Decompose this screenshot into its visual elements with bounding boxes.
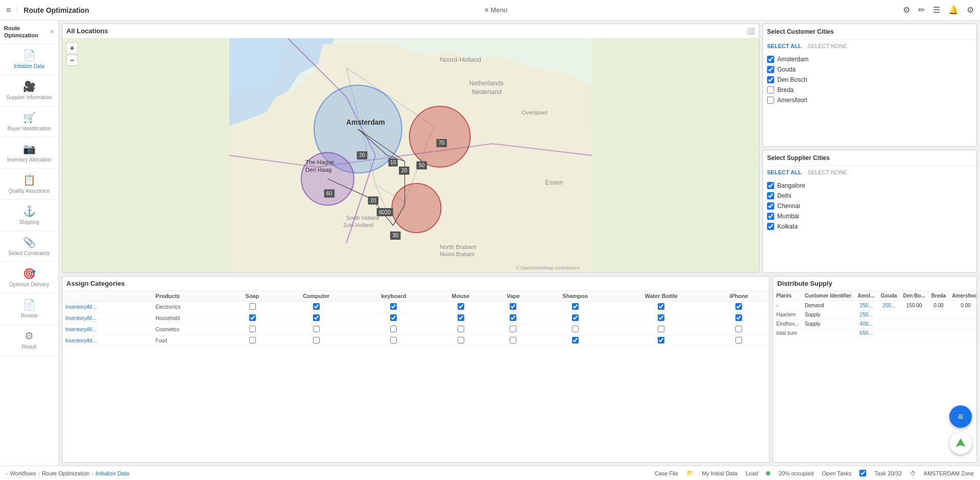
assign-checkbox-2-0[interactable] — [249, 326, 256, 332]
zoom-out-button[interactable]: − — [66, 55, 78, 66]
supplier-city-checkbox-bangalore[interactable] — [767, 182, 774, 189]
assign-checkbox-2-1[interactable] — [313, 326, 320, 332]
supplier-city-checkbox-kolkata[interactable] — [767, 223, 774, 230]
assign-checkbox-0-2[interactable] — [390, 303, 397, 310]
chat-fab-button[interactable]: ≡ — [949, 405, 972, 428]
dist-val-3-0[interactable]: 650... — [854, 329, 877, 338]
dist-val-1-0[interactable]: 250... — [854, 310, 877, 319]
supplier-city-checkbox-mumbai[interactable] — [767, 213, 774, 220]
breadcrumb-route-opt[interactable]: Route Optimization — [42, 470, 90, 476]
assign-checkbox-1-2[interactable] — [390, 314, 397, 321]
assign-checkbox-0-7[interactable] — [735, 303, 742, 310]
edit-icon[interactable]: ✏ — [918, 5, 925, 15]
assign-checkbox-3-7[interactable] — [735, 337, 742, 344]
dist-val-0-1[interactable]: 250... — [878, 301, 900, 310]
map-fab-button[interactable] — [949, 432, 972, 454]
map-container[interactable]: + − — [62, 38, 759, 272]
sidebar-item-optimize-delivery[interactable]: 🎯 Optimize Delivery — [0, 262, 58, 293]
task-checkbox[interactable] — [859, 470, 866, 476]
sidebar-item-inventory-allocation[interactable]: 📷 Inventory Allocation — [0, 138, 58, 169]
assign-col-7: Shampoo — [537, 291, 614, 302]
assign-checkbox-3-5[interactable] — [572, 337, 579, 344]
assign-checkbox-2-3[interactable] — [458, 326, 464, 332]
sidebar-close-button[interactable]: × — [50, 28, 54, 36]
customer-cities-list: Amsterdam Gouda Den Bosch Breda Amersfoo… — [763, 52, 976, 107]
assign-check-1-7 — [709, 313, 769, 324]
assign-checkbox-1-6[interactable] — [658, 314, 664, 321]
customer-city-checkbox-breda[interactable] — [767, 86, 774, 94]
dist-val-0-0[interactable]: 250... — [854, 301, 877, 310]
supplier-select-none-button[interactable]: SELECT NONE — [807, 169, 847, 175]
filter-icon[interactable]: ⚙ — [967, 5, 974, 15]
assign-checkbox-0-4[interactable] — [510, 303, 516, 310]
assign-col-2: Soap — [228, 291, 277, 302]
assign-checkbox-2-7[interactable] — [735, 326, 742, 332]
select-constraints-label: Select Constraints — [8, 250, 50, 257]
assign-checkbox-1-4[interactable] — [510, 314, 516, 321]
supplier-information-label: Supplier Information — [6, 95, 52, 101]
buyer-identification-icon: 🛒 — [23, 111, 36, 124]
supplier-city-label-chennai: Chennai — [777, 202, 800, 210]
topbar: ≡ Route Optimization ≡ Menu ⚙ ✏ ☰ 🔔 ⚙ — [0, 0, 980, 20]
sidebar-item-review[interactable]: 📄 Review — [0, 293, 58, 325]
assign-checkbox-0-0[interactable] — [249, 303, 256, 310]
assign-checkbox-3-0[interactable] — [249, 337, 256, 344]
assign-checkbox-3-1[interactable] — [313, 337, 320, 344]
assign-checkbox-2-2[interactable] — [390, 326, 397, 332]
assign-checkbox-3-3[interactable] — [458, 337, 464, 344]
supplier-cities-header: Select Supplier Cities — [763, 150, 976, 166]
assign-checkbox-0-1[interactable] — [313, 303, 320, 310]
dist-val-2-2 — [900, 319, 928, 329]
assign-checkbox-3-4[interactable] — [510, 337, 516, 344]
supplier-select-all-button[interactable]: SELECT ALL — [767, 169, 801, 175]
dist-val-2-0[interactable]: 400... — [854, 319, 877, 329]
assign-identifier-3: InventoryAll... — [62, 335, 153, 347]
supplier-city-checkbox-delhi[interactable] — [767, 192, 774, 199]
assign-checkbox-2-6[interactable] — [658, 326, 664, 332]
case-file-label: Case File — [655, 470, 678, 476]
assign-table-body: InventoryAll...ElectronicsInventoryAll..… — [62, 302, 769, 347]
supplier-city-checkbox-chennai[interactable] — [767, 202, 774, 210]
customer-city-breda: Breda — [767, 85, 972, 95]
assign-category-3: Food — [153, 335, 228, 347]
customer-city-checkbox-den bosch[interactable] — [767, 76, 774, 83]
customer-city-checkbox-gouda[interactable] — [767, 66, 774, 73]
assign-checkbox-3-6[interactable] — [658, 337, 664, 344]
assign-checkbox-0-3[interactable] — [458, 303, 464, 310]
assign-checkbox-3-2[interactable] — [390, 337, 397, 344]
assign-checkbox-1-5[interactable] — [572, 314, 579, 321]
assign-check-0-3 — [432, 302, 490, 313]
assign-checkbox-0-5[interactable] — [572, 303, 579, 310]
zoom-in-button[interactable]: + — [66, 42, 78, 54]
menu-button[interactable]: ≡ Menu — [485, 6, 507, 14]
sidebar-item-initialize-data[interactable]: 📄 Initialize Data — [0, 44, 58, 75]
assign-checkbox-1-3[interactable] — [458, 314, 464, 321]
assign-check-1-6 — [614, 313, 709, 324]
list-icon[interactable]: ☰ — [933, 5, 940, 15]
sidebar-item-quality-assurance[interactable]: 📋 Quality Assurance — [0, 169, 58, 200]
assign-checkbox-0-6[interactable] — [658, 303, 664, 310]
svg-text:© OpenStreetMap contributors: © OpenStreetMap contributors — [516, 265, 580, 270]
map-expand-icon[interactable]: ⬜ — [747, 27, 755, 35]
settings-icon[interactable]: ⚙ — [903, 5, 910, 15]
breadcrumb-workflows[interactable]: Workflows — [10, 470, 36, 476]
sidebar-item-supplier-information[interactable]: 🎥 Supplier Information — [0, 75, 58, 106]
sidebar-item-shipping[interactable]: ⚓ Shipping — [0, 200, 58, 231]
sidebar-item-select-constraints[interactable]: 📎 Select Constraints — [0, 231, 58, 262]
customer-select-none-button[interactable]: SELECT NONE — [807, 43, 847, 49]
assign-checkbox-2-5[interactable] — [572, 326, 579, 332]
assign-checkbox-2-4[interactable] — [510, 326, 516, 332]
assign-checkbox-1-1[interactable] — [313, 314, 320, 321]
svg-text:30: 30 — [392, 233, 398, 238]
sidebar-item-buyer-identification[interactable]: 🛒 Buyer Identification — [0, 106, 58, 138]
assign-table-row: InventoryAll...Electronics — [62, 302, 769, 313]
hamburger-menu-icon[interactable]: ≡ — [6, 6, 11, 15]
customer-select-all-button[interactable]: SELECT ALL — [767, 43, 801, 49]
assign-checkbox-1-7[interactable] — [735, 314, 742, 321]
sidebar-item-result[interactable]: ⚙ Result — [0, 325, 58, 356]
customer-city-checkbox-amersfoort[interactable] — [767, 97, 774, 104]
assign-checkbox-1-0[interactable] — [249, 314, 256, 321]
dist-col-0: Plants — [773, 291, 802, 301]
customer-city-checkbox-amsterdam[interactable] — [767, 56, 774, 63]
bell-icon[interactable]: 🔔 — [948, 5, 959, 15]
